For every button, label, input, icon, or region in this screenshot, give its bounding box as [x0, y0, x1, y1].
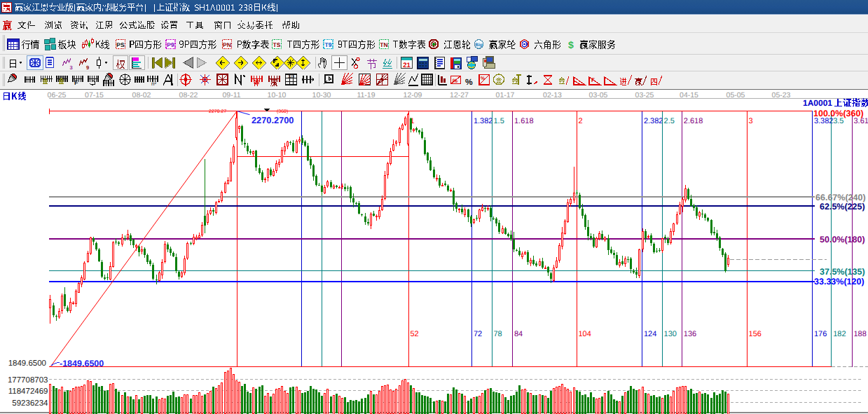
svg-text:03-25: 03-25	[635, 91, 654, 99]
svg-text:37.5%(135): 37.5%(135)	[820, 267, 865, 277]
svg-text:12-27: 12-27	[450, 91, 469, 99]
svg-text:F: F	[74, 79, 78, 86]
svg-text:01-17: 01-17	[496, 91, 515, 99]
svg-text:1A0001: 1A0001	[803, 98, 832, 108]
svg-text:2270.2700: 2270.2700	[252, 115, 294, 125]
svg-text:33.33%(120): 33.33%(120)	[814, 277, 864, 287]
svg-text:PN: PN	[223, 41, 231, 48]
svg-text:72: 72	[474, 330, 482, 338]
svg-text:-1849.6500: -1849.6500	[60, 359, 104, 368]
svg-text:104: 104	[579, 330, 591, 338]
svg-text:TN: TN	[380, 41, 387, 48]
svg-text:03-05: 03-05	[589, 91, 608, 99]
svg-text:$: $	[568, 39, 574, 50]
svg-text:%: %	[453, 78, 457, 84]
svg-text:%: %	[465, 77, 473, 87]
svg-text:176: 176	[814, 330, 827, 338]
svg-text:21: 21	[403, 62, 411, 69]
svg-text:100.0%(360): 100.0%(360)	[813, 109, 864, 118]
svg-text:9: 9	[86, 64, 89, 71]
svg-text:10-10: 10-10	[268, 91, 287, 99]
svg-text:124: 124	[644, 330, 656, 338]
svg-text:T9: T9	[325, 41, 332, 48]
svg-text:Big: Big	[475, 43, 483, 48]
svg-text:05-23: 05-23	[772, 91, 791, 99]
svg-text:2.618: 2.618	[684, 117, 703, 125]
svg-text:59236234: 59236234	[12, 399, 48, 408]
svg-text:F: F	[591, 77, 595, 83]
svg-text:62.5%(225): 62.5%(225)	[820, 202, 865, 212]
svg-text:118472469: 118472469	[8, 387, 48, 396]
svg-text:02-13: 02-13	[543, 91, 562, 99]
svg-text:3: 3	[70, 64, 73, 71]
svg-text:2: 2	[579, 117, 583, 125]
svg-text:TS: TS	[273, 41, 281, 48]
svg-text:66.67%(240): 66.67%(240)	[815, 193, 866, 202]
svg-text:11-19: 11-19	[357, 91, 375, 99]
svg-text:05-05: 05-05	[726, 91, 745, 99]
svg-text:3: 3	[749, 117, 753, 125]
svg-text:2.5: 2.5	[664, 117, 675, 125]
svg-text:12-09: 12-09	[404, 91, 422, 99]
svg-text:1.5: 1.5	[494, 117, 504, 125]
svg-text:1.382: 1.382	[474, 117, 493, 125]
svg-text:78: 78	[494, 330, 502, 338]
svg-text:09-11: 09-11	[222, 91, 240, 99]
svg-text:08-02: 08-02	[132, 91, 151, 99]
svg-text:07-15: 07-15	[85, 91, 104, 99]
svg-text:2.382: 2.382	[644, 117, 663, 125]
svg-text:10-30: 10-30	[312, 91, 331, 99]
svg-text:04-15: 04-15	[680, 91, 698, 99]
svg-text:n²: n²	[151, 81, 156, 87]
svg-text:177708703: 177708703	[8, 376, 48, 385]
svg-text:%: %	[481, 76, 485, 81]
svg-text:123: 123	[288, 75, 294, 79]
svg-text:06-25: 06-25	[48, 91, 67, 99]
svg-text:(360): (360)	[277, 109, 288, 114]
svg-text:P9: P9	[167, 41, 174, 48]
svg-text:182: 182	[833, 330, 846, 338]
svg-text:156: 156	[749, 330, 762, 338]
svg-text:PS: PS	[116, 41, 125, 48]
svg-text:1.618: 1.618	[514, 117, 534, 125]
svg-text:52: 52	[411, 330, 419, 338]
svg-text:84: 84	[514, 330, 523, 338]
svg-text:50.0%(180): 50.0%(180)	[820, 235, 865, 244]
svg-text:130: 130	[664, 330, 677, 338]
svg-text:1849.6500: 1849.6500	[8, 359, 46, 368]
svg-text:136: 136	[684, 330, 696, 338]
svg-text:188: 188	[854, 330, 867, 338]
svg-text:2270.27: 2270.27	[209, 109, 226, 114]
svg-text:08-22: 08-22	[179, 91, 198, 99]
